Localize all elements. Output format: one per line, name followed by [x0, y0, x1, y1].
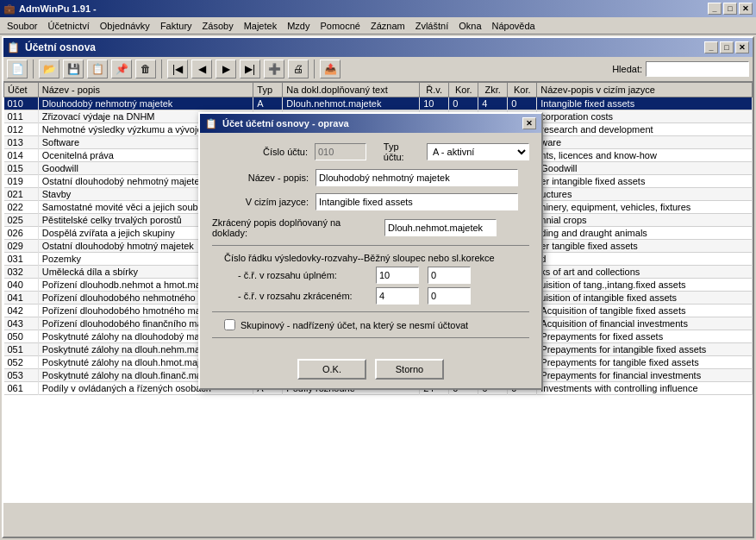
nazev-popis-label: Název - popis: — [212, 173, 316, 183]
dialog-buttons: O.K. Storno — [200, 354, 541, 388]
v-rozsahu-uplnem-label: - č.ř. v rozsahu úplném: — [238, 270, 376, 280]
dialog-separator-1 — [212, 245, 529, 246]
v-rozsahu-zkracenem-input2[interactable] — [428, 287, 471, 305]
dialog-separator-3 — [212, 337, 529, 338]
typ-uctu-label: Typ účtu: — [384, 141, 422, 162]
v-cizim-jazyce-input[interactable] — [316, 193, 518, 210]
typ-uctu-select[interactable]: A - aktivní P - pasivní N - nákladový V … — [427, 143, 529, 160]
v-cizim-jazyce-label: V cizím jazyce: — [212, 197, 316, 207]
v-rozsahu-zkracenem-row: - č.ř. v rozsahu zkráceném: — [238, 287, 529, 305]
skupinovy-row: Skupinový - nadřízený účet, na který se … — [224, 319, 517, 330]
cislo-uctu-label: Číslo účtu: — [212, 147, 315, 157]
dialog-icon: 📋 — [205, 118, 217, 129]
cislo-radku-section-label: Číslo řádku výsledovky-rozvahy--Běžný sl… — [224, 253, 529, 263]
zkraceny-popis-input[interactable] — [384, 219, 497, 236]
dialog-title-text: Účet účetní osnovy - oprava — [222, 118, 349, 129]
skupinovy-label: Skupinový - nadřízený účet, na který se … — [241, 320, 468, 330]
edit-dialog: 📋 Účet účetní osnovy - oprava ✕ Číslo úč… — [198, 112, 543, 390]
nazev-popis-input[interactable] — [316, 169, 518, 186]
zkraceny-popis-label: Zkrácený popis doplňovaný na doklady: — [212, 217, 384, 238]
v-rozsahu-zkracenem-input1[interactable] — [376, 287, 419, 305]
skupinovy-checkbox[interactable] — [224, 319, 235, 330]
storno-button[interactable]: Storno — [375, 359, 444, 380]
dialog-separator-2 — [212, 311, 529, 312]
nazev-row: Název - popis: — [212, 169, 529, 186]
zkraceny-popis-row: Zkrácený popis doplňovaný na doklady: — [212, 217, 529, 238]
dialog-title-bar: 📋 Účet účetní osnovy - oprava ✕ — [200, 114, 541, 133]
cizim-jazyce-row: V cizím jazyce: — [212, 193, 529, 210]
v-rozsahu-zkracenem-label: - č.ř. v rozsahu zkráceném: — [238, 291, 376, 301]
dialog-close-button[interactable]: ✕ — [522, 117, 536, 129]
v-rozsahu-uplnem-input2[interactable] — [428, 267, 471, 284]
cislo-typ-row: Číslo účtu: Typ účtu: A - aktivní P - pa… — [212, 141, 529, 162]
cislo-uctu-input — [315, 143, 366, 160]
dialog-overlay: 📋 Účet účetní osnovy - oprava ✕ Číslo úč… — [0, 0, 756, 540]
v-rozsahu-uplnem-input1[interactable] — [376, 267, 419, 284]
dialog-body: Číslo účtu: Typ účtu: A - aktivní P - pa… — [200, 133, 541, 354]
ok-button[interactable]: O.K. — [297, 359, 366, 380]
v-rozsahu-uplnem-row: - č.ř. v rozsahu úplném: — [238, 267, 529, 284]
